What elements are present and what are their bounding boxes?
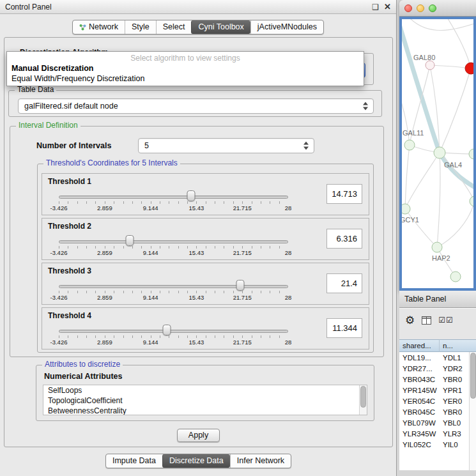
table-cell: YBL0 [440, 419, 469, 427]
threshold-value-field[interactable]: 14.713 [326, 184, 362, 204]
close-window-button[interactable]: ✕ [384, 3, 391, 11]
float-window-button[interactable]: ❑ [372, 3, 379, 11]
table-row[interactable]: YDL19...YDL1 [399, 352, 469, 363]
table-scrollbar[interactable] [469, 352, 476, 470]
column-header-shared-name[interactable]: shared... [399, 339, 440, 352]
table-cell: YER0 [440, 397, 469, 405]
interval-definition-group: Interval Definition Number of Intervals … [10, 126, 384, 357]
network-node-label: GAL11 [403, 129, 424, 137]
network-node[interactable] [469, 149, 473, 159]
table-header-row: shared... n... [399, 339, 476, 352]
network-node[interactable] [450, 272, 461, 282]
table-data-combobox[interactable]: galFiltered.sif default node [18, 98, 374, 114]
control-panel-titlebar: Control Panel ❑ ✕ [0, 0, 396, 14]
scale-label: 9.144 [143, 249, 158, 256]
table-row[interactable]: YDR27...YDR2 [399, 363, 469, 374]
slider-thumb[interactable] [162, 325, 171, 335]
network-node[interactable] [426, 61, 434, 70]
scrollbar-thumb[interactable] [360, 386, 366, 408]
threshold-value-field[interactable]: 11.344 [326, 318, 362, 338]
threshold-slider[interactable]: -3.4262.8599.14415.4321.71528 [59, 280, 288, 303]
settings-gear-icon[interactable]: ⚙ [405, 315, 415, 326]
list-scrollbar[interactable] [359, 385, 367, 415]
table-row[interactable]: YIL052CYIL0 [399, 439, 469, 450]
table-row[interactable]: YBR045CYBR0 [399, 406, 469, 417]
slider-tickmarks [59, 246, 288, 249]
threshold-slider[interactable]: -3.4262.8599.14415.4321.71528 [59, 325, 288, 348]
list-item[interactable]: SelfLoops [43, 385, 367, 395]
tab-network[interactable]: Network [73, 20, 125, 34]
tab-select[interactable]: Select [156, 20, 192, 34]
threshold-value-field[interactable]: 21.4 [326, 273, 362, 293]
scale-label: 28 [285, 204, 292, 211]
slider-thumb[interactable] [236, 280, 244, 291]
group-label: Interval Definition [16, 121, 81, 130]
network-node[interactable] [434, 147, 445, 158]
combo-value: 5 [144, 141, 149, 150]
select-columns-button[interactable]: ☑☑ [438, 316, 454, 325]
network-canvas[interactable]: GAL80GAL11GAL4GCY1HAP2 [399, 17, 476, 291]
tab-label: Select [163, 22, 185, 31]
threshold-slider[interactable]: -3.4262.8599.14415.4321.71528 [59, 190, 288, 213]
slider-track[interactable] [59, 330, 288, 333]
scale-label: 21.715 [233, 294, 252, 301]
apply-button[interactable]: Apply [177, 429, 220, 442]
tab-label: Style [132, 22, 150, 31]
dropdown-placeholder: Select algorithm to view settings [7, 52, 364, 63]
table-cell: YDL1 [440, 354, 469, 362]
combo-value: galFiltered.sif default node [24, 102, 118, 111]
tab-impute-data[interactable]: Impute Data [106, 454, 162, 468]
threshold-value-field[interactable]: 6.316 [326, 229, 362, 249]
table-row[interactable]: YPR145WYPR1 [399, 385, 469, 395]
threshold-label: Threshold 1 [48, 177, 91, 186]
scale-label: 2.859 [97, 339, 112, 346]
network-node[interactable] [402, 204, 410, 214]
threshold-label: Threshold 4 [48, 311, 91, 320]
network-node[interactable] [432, 242, 442, 252]
network-window-titlebar [399, 0, 476, 17]
number-of-intervals-label: Number of Intervals [36, 141, 138, 150]
table-row[interactable]: YER054CYER0 [399, 395, 469, 406]
table-cell: YBR0 [440, 408, 469, 416]
scrollbar-thumb[interactable] [470, 353, 476, 399]
slider-thumb[interactable] [126, 235, 134, 246]
scale-label: 15.43 [189, 249, 204, 256]
network-node[interactable] [470, 196, 473, 206]
scale-label: 2.859 [97, 249, 112, 256]
slider-track[interactable] [59, 285, 288, 288]
network-node-label: GAL80 [413, 54, 435, 61]
network-node[interactable] [404, 140, 415, 150]
slider-track[interactable] [59, 240, 288, 243]
slider-tickmarks [59, 291, 288, 293]
minimize-traffic-light[interactable] [417, 4, 424, 12]
tab-infer-network[interactable]: Infer Network [230, 454, 291, 468]
network-edge [405, 153, 440, 209]
tab-cyni-toolbox[interactable]: Cyni Toolbox [191, 20, 250, 34]
dropdown-option[interactable]: Equal Width/Frequency Discretization [7, 73, 364, 84]
close-traffic-light[interactable] [404, 4, 412, 12]
slider-track[interactable] [59, 196, 288, 199]
table-cell: YBR0 [440, 376, 469, 383]
table-row[interactable]: YBR043CYBR0 [399, 374, 469, 385]
list-item[interactable]: BetweennessCentrality [43, 406, 367, 415]
tab-style[interactable]: Style [125, 20, 156, 34]
zoom-traffic-light[interactable] [429, 4, 436, 12]
threshold-slider[interactable]: -3.4262.8599.14415.4321.71528 [59, 235, 288, 258]
slider-thumb[interactable] [187, 190, 196, 201]
scale-label: 15.43 [189, 339, 204, 346]
tab-discretize-data[interactable]: Discretize Data [162, 454, 230, 468]
tab-jactivemnodules[interactable]: jActiveMNodules [250, 20, 323, 34]
column-layout-icon[interactable] [422, 316, 431, 325]
table-cell: YPR1 [440, 387, 469, 394]
dropdown-option[interactable]: Manual Discretization [7, 63, 364, 73]
table-row[interactable]: YLR345WYLR3 [399, 428, 469, 439]
number-of-intervals-combobox[interactable]: 5 [138, 138, 314, 153]
network-node[interactable] [465, 63, 473, 74]
column-header-name[interactable]: n... [440, 339, 476, 352]
scale-label: 9.144 [143, 339, 158, 346]
network-view-window: GAL80GAL11GAL4GCY1HAP2 [399, 0, 476, 291]
network-node-label: GAL4 [444, 161, 462, 169]
list-item[interactable]: TopologicalCoefficient [43, 395, 367, 406]
top-tab-strip: NetworkStyleSelectCyni ToolboxjActiveMNo… [72, 20, 324, 35]
table-row[interactable]: YBL079WYBL0 [399, 417, 469, 428]
